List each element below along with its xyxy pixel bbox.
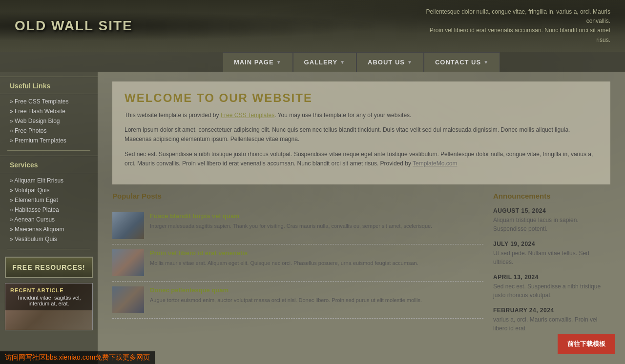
sidebar-link-flash-website[interactable]: Free Flash Website [0, 106, 98, 116]
post-thumb-2 [112, 249, 144, 276]
sidebar: Useful Links Free CSS Templates Free Fla… [0, 72, 98, 364]
welcome-para1: Lorem ipsum dolor sit amet, consectetuer… [125, 125, 598, 144]
free-resources-button[interactable]: FREE RESOURCES! [5, 257, 93, 278]
announcement-1: AUGUST 15, 2024 Aliquam tristique lacus … [493, 207, 610, 233]
post-title-3[interactable]: Donec pellentesque quam [150, 286, 422, 294]
header-description: Pellentesque dolor nulla, congue vitae, … [415, 7, 610, 45]
sidebar-link-web-design[interactable]: Web Design Blog [0, 116, 98, 126]
sidebar-divider [7, 150, 90, 151]
announcement-4: FEBRUARY 24, 2024 varius a, orci. Mauris… [493, 307, 610, 333]
post-item-1: Fusce blandit turpis vel quam Integer ma… [112, 207, 483, 244]
header-desc-line2: Proin vel libero id erat venenatis accum… [415, 26, 610, 44]
sidebar-service-7[interactable]: Vestibulum Quis [0, 234, 98, 244]
sidebar-service-5[interactable]: Aenean Cursus [0, 215, 98, 224]
sidebar-link-free-photos[interactable]: Free Photos [0, 126, 98, 136]
recent-article-overlay: RECENT ARTICLE Tincidunt vitae, sagittis… [5, 283, 92, 310]
post-text-1: Integer malesuada sagittis sapien. Thank… [150, 222, 432, 230]
welcome-intro: This website template is provided by Fre… [125, 111, 598, 120]
recent-article-label: RECENT ARTICLE [10, 287, 87, 293]
nav-arrow: ▼ [340, 60, 345, 65]
announcement-3: April 13, 2024 Sed nec est. Suspendisse … [493, 274, 610, 300]
content-area: WELCOME TO OUR WEBSITE This website temp… [98, 72, 625, 364]
post-text-3: Augue tortor euismod enim, auctor volutp… [150, 296, 422, 304]
nav-arrow: ▼ [483, 60, 489, 65]
nav-gallery[interactable]: GALLERY ▼ [293, 52, 357, 72]
services-list: Aliquam Elit Rrisus Volutpat Quis Elemen… [0, 176, 98, 244]
announcement-text-3: Sed nec est. Suspendisse a nibh tristiqu… [493, 282, 610, 300]
announcement-text-4: varius a, orci. Mauris convallis. Proin … [493, 315, 610, 333]
sidebar-service-6[interactable]: Maecenas Aliquam [0, 224, 98, 234]
nav-arrow: ▼ [407, 60, 413, 65]
sidebar-link-css-templates[interactable]: Free CSS Templates [0, 97, 98, 106]
post-thumb-3 [112, 286, 144, 313]
sidebar-service-2[interactable]: Volutpat Quis [0, 185, 98, 195]
post-thumb-1 [112, 212, 144, 239]
welcome-section: WELCOME TO OUR WEBSITE This website temp… [112, 81, 610, 184]
header-desc-line1: Pellentesque dolor nulla, congue vitae, … [415, 7, 610, 26]
post-title-1[interactable]: Fusce blandit turpis vel quam [150, 212, 432, 220]
post-content-1: Fusce blandit turpis vel quam Integer ma… [150, 212, 432, 239]
post-text-2: Mollis mauris vitae erat. Aliquam eget e… [150, 259, 418, 267]
announcement-date-1: AUGUST 15, 2024 [493, 207, 610, 214]
nav-main-page[interactable]: MAIN PAGE ▼ [223, 52, 293, 72]
site-header: OLD WALL SITE Pellentesque dolor nulla, … [0, 0, 625, 52]
nav-about-us[interactable]: ABOUT US ▼ [356, 52, 424, 72]
post-title-2[interactable]: Proin vel libero id erat venenatis [150, 249, 418, 257]
announcement-date-4: FEBRUARY 24, 2024 [493, 307, 610, 314]
templatemo-link[interactable]: TemplateMo.com [413, 160, 457, 167]
services-title: Services [0, 156, 98, 173]
announcement-date-2: JULY 19, 2024 [493, 241, 610, 247]
popular-posts-heading: Popular Posts [112, 192, 483, 202]
recent-article-text: Tincidunt vitae, sagittis vel, interdum … [10, 295, 87, 306]
main-nav: MAIN PAGE ▼ GALLERY ▼ ABOUT US ▼ CONTACT… [0, 52, 625, 72]
post-item-2: Proin vel libero id erat venenatis Molli… [112, 244, 483, 282]
sidebar-divider-2 [7, 249, 90, 249]
announcement-2: JULY 19, 2024 Ut sed pede. Nullam vitae … [493, 241, 610, 266]
useful-links-title: Useful Links [0, 77, 98, 94]
lower-columns: Popular Posts Fusce blandit turpis vel q… [112, 192, 610, 340]
free-css-templates-link[interactable]: Free CSS Templates [221, 112, 275, 119]
announcement-date-3: April 13, 2024 [493, 274, 610, 281]
announcement-text-1: Aliquam tristique lacus in sapien. Suspe… [493, 216, 610, 233]
site-title: OLD WALL SITE [15, 18, 133, 34]
sidebar-service-4[interactable]: Habitasse Platea [0, 205, 98, 215]
watermark: 访问网写社区bbs.xieniao.com免费下载更多网页 [0, 351, 155, 364]
welcome-para2: Sed nec est. Suspendisse a nibh tristiqu… [125, 150, 598, 168]
nav-arrow: ▼ [276, 60, 282, 65]
sidebar-service-3[interactable]: Elementum Eget [0, 195, 98, 205]
download-button[interactable]: 前往下载模板 [558, 334, 615, 354]
popular-posts-section: Popular Posts Fusce blandit turpis vel q… [112, 192, 483, 340]
post-content-3: Donec pellentesque quam Augue tortor eui… [150, 286, 422, 313]
main-layout: Useful Links Free CSS Templates Free Fla… [0, 72, 625, 364]
post-item-3: Donec pellentesque quam Augue tortor eui… [112, 282, 483, 319]
useful-links-list: Free CSS Templates Free Flash Website We… [0, 97, 98, 145]
welcome-title: WELCOME TO OUR WEBSITE [125, 91, 598, 105]
announcements-section: Announcements AUGUST 15, 2024 Aliquam tr… [493, 192, 610, 340]
post-content-2: Proin vel libero id erat venenatis Molli… [150, 249, 418, 276]
announcements-heading: Announcements [493, 192, 610, 202]
recent-article-box: RECENT ARTICLE Tincidunt vitae, sagittis… [5, 283, 93, 330]
sidebar-service-1[interactable]: Aliquam Elit Rrisus [0, 176, 98, 185]
announcement-text-2: Ut sed pede. Nullam vitae tellus. Sed ul… [493, 249, 610, 266]
sidebar-link-premium[interactable]: Premium Templates [0, 136, 98, 145]
nav-contact-us[interactable]: CONTACT US ▼ [424, 52, 500, 72]
